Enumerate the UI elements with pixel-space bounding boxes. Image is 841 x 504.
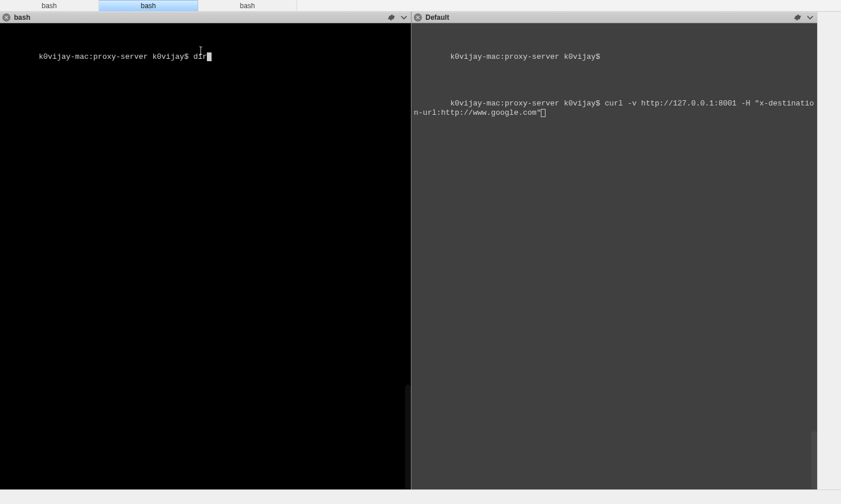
right-gutter (817, 12, 841, 489)
chevron-down-icon[interactable] (399, 13, 409, 22)
pane-right-title: Default (425, 13, 449, 22)
text-caret-icon (200, 47, 201, 55)
terminal-right[interactable]: k0vijay-mac:proxy-server k0vijay$ k0vija… (411, 23, 817, 489)
prompt-right-1: k0vijay-mac:proxy-server k0vijay$ (450, 52, 600, 61)
pane-left: bash k0vijay-mac:proxy-server k0vijay$ d… (0, 12, 411, 489)
prompt-right-2: k0vijay-mac:proxy-server k0vijay$ (450, 99, 604, 108)
tab-bash-3[interactable]: bash (198, 0, 297, 11)
bottom-gutter (0, 489, 841, 504)
chevron-down-icon[interactable] (805, 13, 815, 22)
pane-left-title: bash (14, 13, 30, 22)
prompt-left: k0vijay-mac:proxy-server k0vijay$ (38, 52, 193, 61)
pane-right: Default k0vijay-mac:proxy-server k0vijay… (411, 12, 817, 489)
gear-icon[interactable] (386, 13, 396, 22)
scrollbar-left[interactable] (405, 385, 411, 489)
terminal-left[interactable]: k0vijay-mac:proxy-server k0vijay$ dir (0, 23, 411, 489)
tab-strip-filler (297, 0, 841, 11)
close-icon[interactable] (2, 13, 10, 22)
tab-bash-1[interactable]: bash (0, 0, 99, 11)
tab-bash-2[interactable]: bash (99, 0, 198, 11)
top-tab-strip: bash bash bash (0, 0, 841, 12)
split-panes: bash k0vijay-mac:proxy-server k0vijay$ d… (0, 12, 817, 489)
pane-right-header: Default (411, 12, 817, 23)
gear-icon[interactable] (793, 13, 802, 22)
scrollbar-right[interactable] (811, 431, 817, 489)
pane-left-header: bash (0, 12, 411, 23)
cursor-right (541, 109, 546, 117)
close-icon[interactable] (414, 13, 422, 22)
